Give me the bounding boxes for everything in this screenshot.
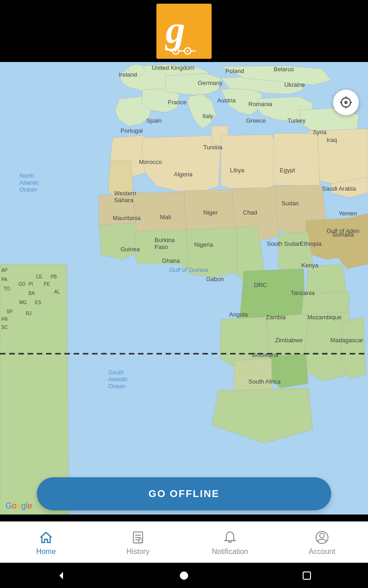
go-offline-label: GO OFFLINE: [149, 488, 219, 500]
notification-icon: [222, 529, 238, 546]
nav-item-notification[interactable]: Notification: [184, 529, 276, 556]
google-watermark: Google: [6, 501, 32, 511]
location-icon: [339, 96, 353, 109]
svg-point-5: [187, 50, 189, 52]
bottom-nav: Home History Notification: [0, 521, 368, 563]
location-button[interactable]: [333, 90, 359, 115]
nav-item-account[interactable]: Account: [276, 529, 368, 556]
nav-label-home: Home: [36, 548, 56, 556]
svg-rect-22: [138, 539, 142, 543]
nav-label-account: Account: [309, 548, 335, 556]
go-offline-area: GO OFFLINE: [0, 473, 368, 514]
svg-rect-28: [303, 572, 310, 579]
nav-item-home[interactable]: Home: [0, 529, 92, 556]
map-svg: [0, 62, 368, 514]
svg-marker-26: [59, 572, 63, 579]
app-logo: g: [156, 4, 212, 59]
map-container[interactable]: United Kingdom Ireland Poland Belarus Ge…: [0, 62, 368, 514]
svg-point-12: [345, 101, 348, 104]
svg-text:g: g: [165, 8, 185, 51]
nav-label-notification: Notification: [212, 548, 248, 556]
svg-point-3: [175, 50, 177, 52]
home-button[interactable]: [175, 566, 193, 585]
svg-point-25: [320, 533, 324, 538]
nav-item-history[interactable]: History: [92, 529, 184, 556]
recent-button[interactable]: [298, 566, 316, 585]
history-icon: [130, 529, 146, 546]
back-button[interactable]: [52, 566, 70, 585]
go-offline-button[interactable]: GO OFFLINE: [37, 477, 331, 510]
logo-svg: g: [156, 4, 212, 59]
nav-label-history: History: [126, 548, 150, 556]
home-icon: [38, 529, 54, 546]
svg-point-27: [180, 571, 188, 580]
account-icon: [314, 529, 330, 546]
system-bar: [0, 563, 368, 588]
top-bar: g: [0, 0, 368, 62]
